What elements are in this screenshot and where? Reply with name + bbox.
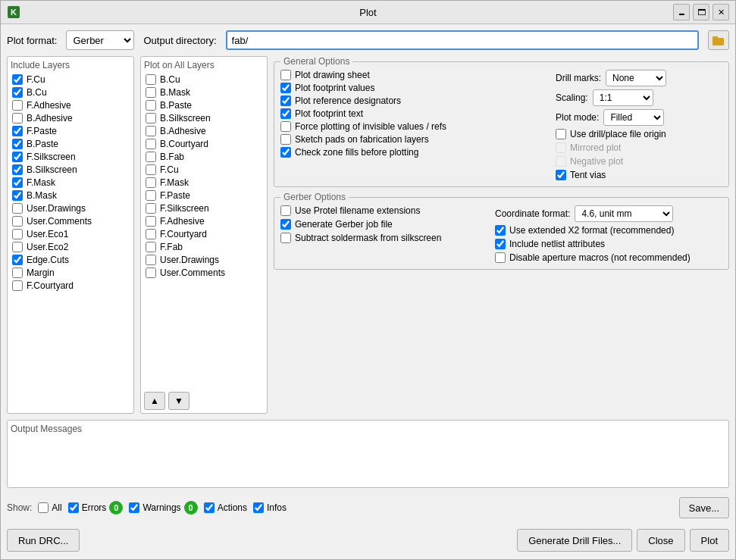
scaling-select[interactable]: 1:11:22:1 bbox=[593, 89, 653, 106]
arrow-buttons: ▲ ▼ bbox=[144, 392, 264, 410]
plot-layer-f-cu[interactable]: F.Cu bbox=[144, 164, 264, 176]
mirrored-plot-option[interactable]: Mirrored plot bbox=[556, 142, 722, 153]
move-down-button[interactable]: ▼ bbox=[168, 392, 189, 410]
browse-folder-button[interactable] bbox=[708, 30, 729, 50]
netlist-attributes-option[interactable]: Include netlist attributes bbox=[495, 239, 722, 249]
plot-layer-user-drawings[interactable]: User.Drawings bbox=[144, 254, 264, 266]
drill-marks-option: Drill marks: NoneSmallFull bbox=[556, 70, 722, 86]
gerber-job-option[interactable]: Generate Gerber job file bbox=[280, 219, 489, 230]
gerber-options-title: Gerber Options bbox=[280, 192, 349, 202]
warnings-badge: 0 bbox=[184, 501, 198, 515]
negative-plot-option[interactable]: Negative plot bbox=[556, 156, 722, 167]
close-button[interactable]: Close bbox=[637, 529, 684, 552]
drill-place-origin-option[interactable]: Use drill/place file origin bbox=[556, 129, 722, 139]
svg-rect-3 bbox=[713, 36, 718, 39]
include-layers-title: Include Layers bbox=[11, 60, 130, 70]
errors-badge: 0 bbox=[109, 501, 123, 515]
layer-f-paste[interactable]: F.Paste bbox=[11, 125, 130, 137]
extended-x2-option[interactable]: Use extended X2 format (recommended) bbox=[495, 225, 722, 236]
plot-layer-f-silkscreen[interactable]: F.Silkscreen bbox=[144, 202, 264, 214]
plot-layer-f-adhesive[interactable]: F.Adhesive bbox=[144, 215, 264, 227]
title-bar: K Plot 🗕 🗖 ✕ bbox=[1, 1, 735, 24]
layer-user-drawings[interactable]: User.Drawings bbox=[11, 202, 130, 214]
generate-drill-button[interactable]: Generate Drill Files... bbox=[517, 529, 632, 552]
filter-warnings[interactable]: Warnings 0 bbox=[129, 501, 197, 515]
filter-infos[interactable]: Infos bbox=[253, 502, 287, 513]
layer-f-silkscreen[interactable]: F.Silkscreen bbox=[11, 151, 130, 163]
minimize-button[interactable]: 🗕 bbox=[673, 4, 690, 20]
message-area bbox=[11, 437, 725, 484]
protel-filename-option[interactable]: Use Protel filename extensions bbox=[280, 205, 489, 216]
action-left: Run DRC... bbox=[7, 529, 80, 552]
format-select[interactable]: Gerber PostScript SVG DXF HPGL PDF bbox=[66, 30, 134, 50]
force-plotting-option[interactable]: Force plotting of invisible values / ref… bbox=[280, 121, 550, 132]
include-layers-panel: Include Layers F.Cu B.Cu F.Adhesive B.Ad… bbox=[7, 56, 134, 414]
plot-layer-b-cu[interactable]: B.Cu bbox=[144, 74, 264, 86]
plot-layer-b-mask[interactable]: B.Mask bbox=[144, 86, 264, 99]
bottom-filter-bar: Show: All Errors 0 Warnings 0 Actions bbox=[7, 494, 729, 520]
layer-b-adhesive[interactable]: B.Adhesive bbox=[11, 112, 130, 124]
plot-layers-title: Plot on All Layers bbox=[144, 60, 264, 70]
layer-f-cu[interactable]: F.Cu bbox=[11, 74, 130, 86]
include-layers-list: F.Cu B.Cu F.Adhesive B.Adhesive F.Paste … bbox=[11, 74, 130, 410]
layer-user-comments[interactable]: User.Comments bbox=[11, 215, 130, 227]
plot-layer-b-courtyard[interactable]: B.Courtyard bbox=[144, 138, 264, 150]
general-options-panel: General Options Plot drawing sheet Plot … bbox=[274, 56, 729, 187]
maximize-button[interactable]: 🗖 bbox=[693, 4, 709, 20]
filter-actions[interactable]: Actions bbox=[204, 502, 247, 513]
subtract-soldermask-option[interactable]: Subtract soldermask from silkscreen bbox=[280, 233, 489, 243]
plot-layer-b-paste[interactable]: B.Paste bbox=[144, 99, 264, 111]
layer-b-paste[interactable]: B.Paste bbox=[11, 138, 130, 150]
content-area: Plot format: Gerber PostScript SVG DXF H… bbox=[1, 24, 735, 559]
layer-f-adhesive[interactable]: F.Adhesive bbox=[11, 99, 130, 111]
plot-footprint-values-option[interactable]: Plot footprint values bbox=[280, 83, 550, 93]
title-bar-controls: 🗕 🗖 ✕ bbox=[673, 4, 729, 20]
close-button[interactable]: ✕ bbox=[713, 4, 729, 20]
plot-layer-b-fab[interactable]: B.Fab bbox=[144, 151, 264, 163]
layer-b-silkscreen[interactable]: B.Silkscreen bbox=[11, 164, 130, 176]
show-label: Show: bbox=[7, 502, 32, 513]
svg-rect-2 bbox=[713, 38, 724, 45]
plot-button[interactable]: Plot bbox=[690, 529, 729, 552]
sketch-pads-option[interactable]: Sketch pads on fabrication layers bbox=[280, 134, 550, 145]
layer-f-mask[interactable]: F.Mask bbox=[11, 177, 130, 189]
main-area: Include Layers F.Cu B.Cu F.Adhesive B.Ad… bbox=[7, 56, 729, 414]
scaling-option: Scaling: 1:11:22:1 bbox=[556, 89, 722, 106]
layer-user-eco1[interactable]: User.Eco1 bbox=[11, 228, 130, 240]
check-zone-fills-option[interactable]: Check zone fills before plotting bbox=[280, 147, 550, 158]
general-options-title: General Options bbox=[280, 56, 352, 67]
plot-layer-b-adhesive[interactable]: B.Adhesive bbox=[144, 125, 264, 137]
drill-marks-select[interactable]: NoneSmallFull bbox=[606, 70, 666, 86]
top-bar: Plot format: Gerber PostScript SVG DXF H… bbox=[7, 30, 729, 50]
save-button[interactable]: Save... bbox=[679, 497, 729, 518]
layer-b-mask[interactable]: B.Mask bbox=[11, 189, 130, 202]
layer-b-cu[interactable]: B.Cu bbox=[11, 86, 130, 99]
layer-f-courtyard[interactable]: F.Courtyard bbox=[11, 280, 130, 292]
layer-edge-cuts[interactable]: Edge.Cuts bbox=[11, 254, 130, 266]
coordinate-format-select[interactable]: 4.6, unit mm 4.5, unit mm 4.6, unit inch bbox=[575, 205, 673, 222]
plot-layer-f-fab[interactable]: F.Fab bbox=[144, 241, 264, 253]
run-drc-button[interactable]: Run DRC... bbox=[7, 529, 80, 552]
filter-errors[interactable]: Errors 0 bbox=[68, 501, 124, 515]
filter-all[interactable]: All bbox=[38, 502, 61, 513]
disable-aperture-option[interactable]: Disable aperture macros (not recommended… bbox=[495, 252, 722, 263]
plot-mode-select[interactable]: FilledSketch bbox=[603, 109, 664, 126]
output-dir-input[interactable] bbox=[226, 30, 699, 50]
plot-layer-f-mask[interactable]: F.Mask bbox=[144, 177, 264, 189]
output-messages-title: Output Messages bbox=[11, 424, 725, 434]
plot-layer-f-paste[interactable]: F.Paste bbox=[144, 189, 264, 202]
plot-layer-user-comments[interactable]: User.Comments bbox=[144, 267, 264, 279]
plot-layer-f-courtyard[interactable]: F.Courtyard bbox=[144, 228, 264, 240]
tent-vias-option[interactable]: Tent vias bbox=[556, 170, 722, 180]
format-label: Plot format: bbox=[7, 35, 57, 46]
layer-user-eco2[interactable]: User.Eco2 bbox=[11, 241, 130, 253]
action-right: Generate Drill Files... Close Plot bbox=[517, 529, 729, 552]
coordinate-format-option: Coordinate format: 4.6, unit mm 4.5, uni… bbox=[495, 205, 722, 222]
move-up-button[interactable]: ▲ bbox=[144, 392, 165, 410]
plot-layer-b-silkscreen[interactable]: B.Silkscreen bbox=[144, 112, 264, 124]
layer-margin[interactable]: Margin bbox=[11, 267, 130, 279]
plot-reference-designators-option[interactable]: Plot reference designators bbox=[280, 95, 550, 106]
main-window: K Plot 🗕 🗖 ✕ Plot format: Gerber PostScr… bbox=[0, 0, 736, 560]
plot-drawing-sheet-option[interactable]: Plot drawing sheet bbox=[280, 70, 550, 80]
plot-footprint-text-option[interactable]: Plot footprint text bbox=[280, 108, 550, 119]
